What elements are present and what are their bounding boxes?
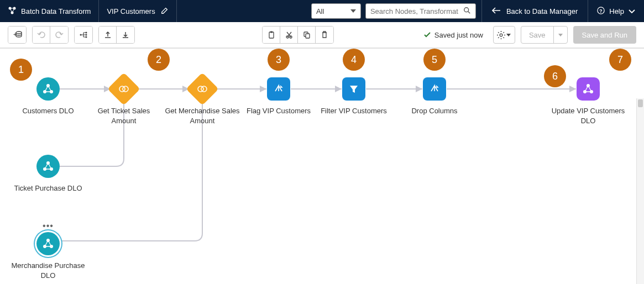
callout-marker-4: 4 xyxy=(343,49,365,71)
filter-selected: All xyxy=(316,7,324,15)
save-group: Save xyxy=(521,26,568,44)
history-group xyxy=(32,26,69,44)
node-flag-vip[interactable]: Flag VIP Customers xyxy=(240,77,317,116)
node-label: Update VIP Customers DLO xyxy=(549,106,627,125)
toolbar: + xyxy=(0,22,644,49)
undo-button[interactable] xyxy=(33,27,50,43)
node-label: Customers DLO xyxy=(22,106,74,116)
save-status: Saved just now xyxy=(423,31,483,39)
upload-button[interactable] xyxy=(99,27,117,43)
app-title: Batch Data Transform xyxy=(21,7,91,15)
add-group: + xyxy=(8,26,27,44)
callout-marker-7: 7 xyxy=(609,49,631,71)
save-dropdown[interactable] xyxy=(554,27,567,43)
filter-icon xyxy=(342,77,365,101)
svg-text:?: ? xyxy=(600,8,603,13)
transform-icon xyxy=(8,6,17,17)
data-source-icon xyxy=(36,77,60,101)
save-button[interactable]: Save xyxy=(521,27,554,43)
search-icon xyxy=(463,7,471,16)
status-text: Saved just now xyxy=(434,31,483,39)
auto-layout-button[interactable] xyxy=(75,27,92,43)
header-search-area: All xyxy=(306,0,481,22)
cut-button[interactable] xyxy=(280,27,298,43)
transform-icon xyxy=(423,77,446,101)
copy-button[interactable] xyxy=(298,27,316,43)
data-source-icon xyxy=(36,232,60,255)
svg-rect-18 xyxy=(306,34,310,38)
app-header: Batch Data Transform VIP Customers All B… xyxy=(0,0,644,22)
node-label: Get Ticket Sales Amount xyxy=(85,106,163,125)
svg-rect-14 xyxy=(270,31,273,33)
add-data-button[interactable]: + xyxy=(8,27,26,43)
chevron-down-icon xyxy=(350,9,356,13)
svg-point-30 xyxy=(123,86,128,92)
node-label: Filter VIP Customers xyxy=(321,106,387,116)
join-icon xyxy=(107,72,140,105)
node-merch-purchase-dlo[interactable]: ••• Merchandise Purchase DLO xyxy=(9,221,87,280)
settings-button[interactable] xyxy=(494,27,515,43)
chevron-down-icon xyxy=(558,34,563,36)
paste-button[interactable] xyxy=(263,27,280,43)
output-icon xyxy=(577,77,600,101)
callout-marker-3: 3 xyxy=(268,49,290,71)
help-menu[interactable]: ? Help xyxy=(588,0,644,22)
node-customers-dlo[interactable]: Customers DLO xyxy=(9,77,87,116)
svg-line-4 xyxy=(468,11,470,13)
help-icon: ? xyxy=(597,7,605,16)
tab-label: VIP Customers xyxy=(107,7,155,15)
chevron-down-icon xyxy=(629,7,635,15)
svg-rect-13 xyxy=(269,32,274,38)
edit-group xyxy=(262,26,334,44)
filter-dropdown[interactable]: All xyxy=(311,3,361,19)
search-input[interactable] xyxy=(370,7,459,15)
tab-vip-customers[interactable]: VIP Customers xyxy=(99,0,176,22)
join-icon xyxy=(186,72,218,105)
flow-canvas[interactable]: 1 2 3 4 5 6 7 Customers DLO Get Ticket S… xyxy=(0,49,644,284)
save-and-run-button[interactable]: Save and Run xyxy=(573,26,636,44)
node-menu-icon[interactable]: ••• xyxy=(43,221,54,231)
back-to-data-manager[interactable]: Back to Data Manager xyxy=(481,0,588,22)
svg-point-32 xyxy=(201,86,207,92)
app-title-segment: Batch Data Transform xyxy=(0,0,99,22)
node-label: Ticket Purchase DLO xyxy=(14,183,82,193)
node-drop-columns[interactable]: Drop Columns xyxy=(396,77,473,116)
callout-marker-2: 2 xyxy=(148,49,170,71)
callout-marker-1: 1 xyxy=(10,59,32,81)
redo-button[interactable] xyxy=(50,27,68,43)
search-box[interactable] xyxy=(365,3,476,19)
callout-marker-5: 5 xyxy=(423,49,446,71)
node-label: Drop Columns xyxy=(411,106,457,116)
back-label: Back to Data Manager xyxy=(506,7,578,15)
help-label: Help xyxy=(609,7,624,15)
chevron-down-icon xyxy=(506,34,511,36)
checkmark-icon xyxy=(423,31,431,38)
settings-group xyxy=(493,26,515,44)
node-label: Flag VIP Customers xyxy=(247,106,311,116)
svg-point-3 xyxy=(464,7,469,12)
arrow-left-icon xyxy=(492,7,501,15)
edit-icon[interactable] xyxy=(161,7,169,16)
callout-marker-6: 6 xyxy=(544,65,566,87)
data-source-icon xyxy=(36,155,60,178)
svg-point-8 xyxy=(16,31,22,34)
delete-button[interactable] xyxy=(316,27,333,43)
svg-point-19 xyxy=(500,34,503,36)
node-label: Get Merchandise Sales Amount xyxy=(164,106,241,125)
node-get-ticket-sales[interactable]: Get Ticket Sales Amount xyxy=(85,77,163,125)
transform-icon xyxy=(267,77,290,101)
download-button[interactable] xyxy=(117,27,134,43)
node-ticket-purchase-dlo[interactable]: Ticket Purchase DLO xyxy=(9,155,87,193)
scrollbar-thumb[interactable] xyxy=(638,99,643,107)
node-filter-vip[interactable]: Filter VIP Customers xyxy=(315,77,392,116)
vertical-scrollbar[interactable] xyxy=(636,98,644,284)
io-group xyxy=(98,26,135,44)
gear-icon xyxy=(497,31,505,39)
node-get-merch-sales[interactable]: Get Merchandise Sales Amount xyxy=(164,77,241,125)
node-label: Merchandise Purchase DLO xyxy=(9,261,87,280)
layout-group xyxy=(74,26,93,44)
